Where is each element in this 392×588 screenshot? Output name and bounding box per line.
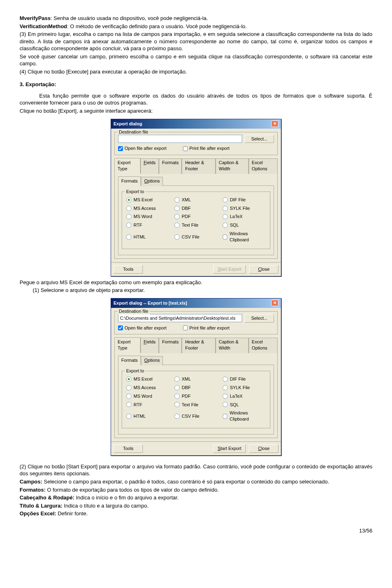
radio-sylk-file[interactable]: SYLK File (223, 205, 266, 212)
dialog-titlebar: Export dialog ✕ (111, 119, 281, 129)
open-after-checkbox[interactable]: Open file after export (118, 325, 167, 331)
close-icon[interactable]: ✕ (271, 120, 278, 127)
tab-formats[interactable]: Formats (159, 338, 182, 353)
radio-ms-excel[interactable]: MS Excel (126, 376, 169, 382)
radio-windows-clipboard[interactable]: Windows Clipboard (223, 231, 266, 243)
radio-ms-access[interactable]: MS Access (126, 385, 169, 391)
page-number: 13/56 (20, 527, 372, 535)
radio-text-file[interactable]: Text File (174, 222, 218, 228)
para-export-click: Clique no botão [Export], a seguinte int… (20, 107, 372, 115)
para-titulo: Título & Largura: Indica o título e a la… (20, 502, 372, 510)
radio-pdf[interactable]: PDF (174, 393, 218, 399)
para-verificationmethod: VerificationMethod: O método de verifica… (20, 23, 372, 30)
tab-inner-options[interactable]: Options (141, 356, 163, 365)
radio-rtf[interactable]: RTF (126, 402, 169, 408)
radio-ms-word[interactable]: MS Word (126, 393, 169, 399)
para-mverifypass: MverifyPassMverifyPass: Senha de usuário… (20, 15, 372, 22)
export-dialog-2: Export dialog -- Export to [test.xls] ✕ … (111, 298, 281, 456)
para-export-desc: Esta função permite que o software expor… (20, 92, 372, 107)
tab-header-footer[interactable]: Header & Footer (182, 158, 215, 174)
radio-html[interactable]: HTML (126, 410, 169, 422)
tab-fields[interactable]: Fields (140, 338, 159, 353)
radio-dif-file[interactable]: DIF File (223, 197, 266, 203)
para-cabecalho: Cabeçalho & Rodapé: Indica o início e o … (20, 494, 372, 501)
destination-input[interactable]: C:\Documents and Settings\Administrator\… (118, 314, 242, 322)
print-after-checkbox[interactable]: Print file after export (183, 145, 229, 151)
tab-inner-options[interactable]: Options (141, 177, 163, 186)
tab-formats[interactable]: Formats (159, 158, 182, 174)
radio-pdf[interactable]: PDF (174, 214, 218, 220)
tab-inner-formats[interactable]: Formats (118, 176, 141, 186)
para-step1-export: (1) Selecione o arquivo de objeto para e… (20, 287, 372, 294)
start-export-button[interactable]: Start Export (213, 444, 246, 453)
para-example: Pegue o arquivo MS Excel de exportação c… (20, 279, 372, 286)
destination-group: Destination file Select... Open file aft… (114, 132, 278, 156)
tab-export-type[interactable]: Export Type (114, 337, 140, 353)
radio-rtf[interactable]: RTF (126, 222, 169, 228)
para-formatos: Formatos: O formato de exportação para t… (20, 486, 372, 494)
close-icon[interactable]: ✕ (271, 300, 278, 306)
radio-csv-file[interactable]: CSV File (174, 410, 218, 422)
radio-windows-clipboard[interactable]: Windows Clipboard (223, 410, 266, 422)
radio-ms-word[interactable]: MS Word (126, 214, 169, 220)
destination-label: Destination file (117, 129, 150, 135)
dialog-title-text: Export dialog -- Export to [test.xls] (114, 300, 187, 306)
radio-dbf[interactable]: DBF (174, 205, 218, 212)
radio-sylk-file[interactable]: SYLK File (223, 385, 266, 391)
tab-export-type[interactable]: Export Type (114, 158, 140, 174)
tab-caption-width[interactable]: Caption & Width (216, 338, 249, 353)
tab-excel-options[interactable]: Excel Options (249, 158, 278, 174)
radio-dif-file[interactable]: DIF File (223, 376, 266, 382)
tab-inner-formats[interactable]: Formats (118, 356, 141, 365)
para-cancel-field: Se você quiser cancelar um campo, primei… (20, 53, 372, 67)
radio-csv-file[interactable]: CSV File (174, 231, 218, 243)
radio-html[interactable]: HTML (126, 231, 169, 243)
section-3-title: 3. Exportação: (20, 81, 372, 88)
tab-excel-options[interactable]: Excel Options (249, 338, 278, 353)
outer-tabs: Export Type Fields Formats Header & Foot… (114, 158, 278, 174)
destination-group: Destination file C:\Documents and Settin… (114, 311, 278, 335)
export-dialog-1: Export dialog ✕ Destination file Select.… (111, 119, 281, 276)
outer-tabs: Export Type Fields Formats Header & Foot… (114, 337, 278, 353)
radio-dbf[interactable]: DBF (174, 385, 218, 391)
radio-xml[interactable]: XML (174, 376, 218, 382)
para-campos: Campos: Selecione o campo para exportar,… (20, 478, 372, 486)
select-button[interactable]: Select... (245, 314, 274, 323)
radio-latex[interactable]: LaTeX (223, 214, 266, 220)
tab-fields[interactable]: Fields (140, 158, 159, 174)
para-opcoes-excel: Opções Excel: Definir fonte. (20, 510, 372, 517)
destination-label: Destination file (117, 308, 150, 314)
radio-xml[interactable]: XML (174, 197, 218, 203)
tools-button[interactable]: Tools (114, 444, 143, 453)
destination-input[interactable] (118, 135, 242, 143)
tools-button[interactable]: Tools (114, 265, 143, 274)
dialog-title-text: Export dialog (114, 121, 142, 127)
close-button[interactable]: Close (249, 444, 278, 453)
radio-sql[interactable]: SQL (223, 222, 266, 228)
para-step2-export: (2) Clique no botão [Start Export] para … (20, 463, 372, 477)
radio-latex[interactable]: LaTeX (223, 393, 266, 399)
close-button[interactable]: Close (249, 265, 278, 274)
radio-text-file[interactable]: Text File (174, 402, 218, 408)
export-to-group: Export to MS ExcelXMLDIF FileMS AccessDB… (122, 371, 270, 428)
export-to-group: Export to MS ExcelXMLDIF FileMS AccessDB… (122, 192, 270, 249)
dialog-titlebar: Export dialog -- Export to [test.xls] ✕ (111, 298, 281, 308)
open-after-checkbox[interactable]: Open file after export (118, 145, 167, 151)
start-export-button[interactable]: Start Export (213, 265, 246, 274)
radio-ms-access[interactable]: MS Access (126, 205, 169, 212)
para-step4: (4) Clique no botão [Execute] para execu… (20, 68, 372, 76)
tab-header-footer[interactable]: Header & Footer (182, 338, 215, 353)
radio-ms-excel[interactable]: MS Excel (126, 197, 169, 203)
print-after-checkbox[interactable]: Print file after export (183, 325, 229, 331)
para-step3: (3) Em primeiro lugar, escolha o campo n… (20, 31, 372, 52)
tab-caption-width[interactable]: Caption & Width (216, 158, 249, 174)
select-button[interactable]: Select... (245, 135, 274, 143)
radio-sql[interactable]: SQL (223, 402, 266, 408)
